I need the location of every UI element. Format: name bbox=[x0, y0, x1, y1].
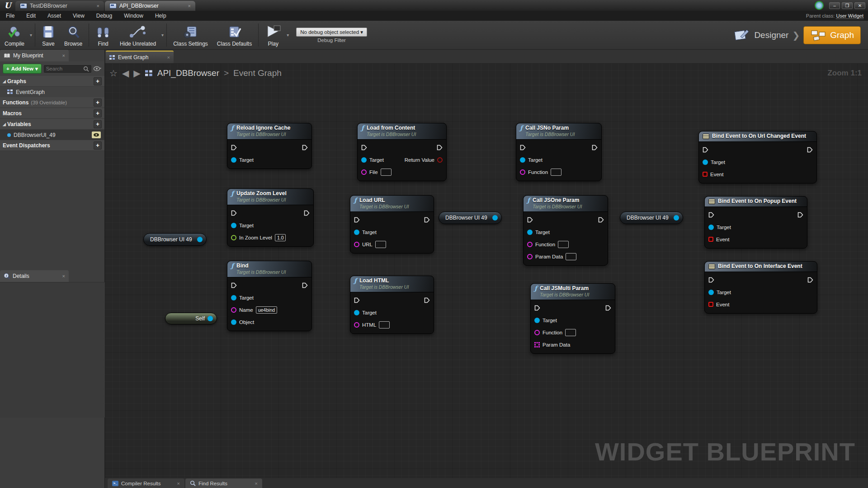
node-load-from-content[interactable]: ƒ Load from Content Target is DBBrowser … bbox=[357, 123, 447, 181]
menu-asset[interactable]: Asset bbox=[42, 13, 67, 19]
node-reload-ignore-cache[interactable]: ƒ Reload Ignore Cache Target is DBBrowse… bbox=[227, 123, 312, 169]
close-icon[interactable]: × bbox=[188, 3, 191, 9]
string-pin[interactable] bbox=[520, 169, 525, 175]
exec-out-pin[interactable] bbox=[797, 212, 803, 218]
exec-out-pin[interactable] bbox=[424, 297, 430, 303]
node-update-zoom-level[interactable]: ƒ Update Zoom Level Target is DBBrowser … bbox=[227, 188, 314, 247]
output-pin[interactable] bbox=[208, 316, 213, 321]
add-graph-button[interactable]: + bbox=[94, 77, 102, 85]
exec-out-pin[interactable] bbox=[807, 147, 813, 153]
exec-out-pin[interactable] bbox=[598, 217, 604, 223]
function-field[interactable] bbox=[565, 329, 576, 336]
compile-button[interactable]: Compile bbox=[0, 21, 29, 49]
graphs-section-header[interactable]: ◢ Graphs + bbox=[0, 76, 104, 87]
menu-debug[interactable]: Debug bbox=[90, 13, 118, 19]
browse-button[interactable]: Browse bbox=[60, 21, 87, 49]
exec-in-pin[interactable] bbox=[354, 297, 360, 303]
output-pin[interactable] bbox=[197, 237, 203, 242]
exec-in-pin[interactable] bbox=[708, 212, 714, 218]
float-pin[interactable] bbox=[231, 235, 236, 240]
play-button[interactable]: Play bbox=[260, 21, 286, 49]
event-graph-tab[interactable]: Event Graph × bbox=[106, 51, 174, 63]
maximize-button[interactable]: ❒ bbox=[842, 2, 853, 9]
blueprint-canvas[interactable]: ☆ ◀ ▶ API_DBBrowser > Event Graph Zoom 1… bbox=[105, 63, 868, 478]
file-field[interactable] bbox=[381, 169, 392, 176]
save-button[interactable]: Save bbox=[37, 21, 60, 49]
output-pin[interactable] bbox=[492, 215, 498, 221]
close-icon[interactable]: × bbox=[177, 481, 180, 486]
string-pin[interactable] bbox=[534, 330, 540, 335]
menu-file[interactable]: File bbox=[0, 13, 20, 19]
node-bind-event-on-popup[interactable]: Bind Event to On Popup Event Target Even… bbox=[704, 196, 807, 249]
exec-in-pin[interactable] bbox=[361, 145, 367, 150]
details-tab[interactable]: i Details × bbox=[0, 270, 69, 282]
html-field[interactable] bbox=[379, 321, 390, 328]
tutorial-badge-icon[interactable] bbox=[815, 1, 824, 10]
getter-dbbrowserui49-left[interactable]: DBBrowser UI 49 bbox=[143, 233, 207, 246]
collapse-arrow-icon[interactable]: ◢ bbox=[3, 79, 6, 84]
exec-in-pin[interactable] bbox=[231, 282, 237, 288]
add-macro-button[interactable]: + bbox=[94, 109, 102, 117]
param-data-field[interactable] bbox=[566, 253, 576, 260]
node-load-url[interactable]: ƒ Load URL Target is DBBrowser UI Target… bbox=[350, 195, 434, 253]
target-pin[interactable] bbox=[708, 225, 714, 230]
exec-out-pin[interactable] bbox=[424, 217, 430, 223]
close-icon[interactable]: × bbox=[255, 481, 258, 486]
add-new-button[interactable]: + Add New ▾ bbox=[3, 64, 42, 74]
event-dispatchers-section-header[interactable]: Event Dispatchers + bbox=[0, 140, 104, 151]
eventgraph-item[interactable]: EventGraph bbox=[0, 87, 104, 97]
exec-in-pin[interactable] bbox=[354, 217, 360, 223]
string-pin[interactable] bbox=[231, 307, 236, 313]
exec-in-pin[interactable] bbox=[703, 147, 708, 153]
exec-in-pin[interactable] bbox=[520, 145, 526, 150]
search-box[interactable] bbox=[44, 65, 91, 73]
close-icon[interactable]: × bbox=[167, 55, 170, 60]
output-pin[interactable] bbox=[674, 215, 679, 221]
exec-out-pin[interactable] bbox=[302, 145, 308, 150]
exec-in-pin[interactable] bbox=[231, 145, 237, 150]
asset-tab-api-dbbrowser[interactable]: API_DBBrowser × bbox=[105, 1, 195, 11]
node-call-jsno-param[interactable]: ƒ Call JSNo Param Target is DBBrowser UI… bbox=[516, 123, 602, 181]
exec-out-pin[interactable] bbox=[304, 210, 310, 216]
getter-dbbrowserui49-middle[interactable]: DBBrowser UI 49 bbox=[439, 211, 502, 224]
menu-view[interactable]: View bbox=[67, 13, 90, 19]
target-pin[interactable] bbox=[354, 310, 359, 315]
exec-in-pin[interactable] bbox=[534, 305, 540, 311]
string-pin[interactable] bbox=[361, 169, 367, 175]
target-pin[interactable] bbox=[703, 160, 708, 165]
compiler-results-tab[interactable]: >_ Compiler Results × bbox=[108, 479, 184, 488]
return-value-pin[interactable] bbox=[437, 157, 443, 163]
function-field[interactable] bbox=[551, 169, 561, 176]
class-defaults-button[interactable]: Class Defaults bbox=[212, 21, 256, 49]
target-pin[interactable] bbox=[354, 230, 359, 235]
compile-options-caret[interactable]: ▾ bbox=[29, 33, 33, 38]
designer-mode-button[interactable]: Designer bbox=[732, 28, 788, 43]
bind-name-field[interactable]: ue4bind bbox=[256, 306, 277, 314]
visibility-filter-icon[interactable] bbox=[94, 66, 102, 71]
target-pin[interactable] bbox=[527, 230, 533, 235]
string-pin[interactable] bbox=[354, 242, 359, 247]
getter-dbbrowserui49-right[interactable]: DBBrowser UI 49 bbox=[620, 211, 683, 224]
forward-icon[interactable]: ▶ bbox=[133, 68, 140, 79]
play-options-caret[interactable]: ▾ bbox=[286, 33, 290, 38]
getter-self[interactable]: Self bbox=[165, 313, 217, 324]
target-pin[interactable] bbox=[534, 318, 540, 323]
exec-in-pin[interactable] bbox=[231, 210, 237, 216]
menu-help[interactable]: Help bbox=[149, 13, 172, 19]
functions-section-header[interactable]: Functions (39 Overridable) + bbox=[0, 97, 104, 108]
exec-in-pin[interactable] bbox=[708, 277, 714, 283]
target-pin[interactable] bbox=[361, 157, 367, 163]
node-bind-event-on-url-changed[interactable]: Bind Event to On Url Changed Event Targe… bbox=[698, 131, 817, 183]
exec-out-pin[interactable] bbox=[605, 305, 611, 311]
node-call-jsone-param[interactable]: ƒ Call JSOne Param Target is DBBrowser U… bbox=[523, 195, 608, 266]
variables-section-header[interactable]: ◢ Variables + bbox=[0, 119, 104, 130]
hide-unrelated-caret[interactable]: ▾ bbox=[160, 33, 165, 38]
target-pin[interactable] bbox=[708, 290, 714, 295]
exec-out-pin[interactable] bbox=[437, 145, 443, 150]
variable-item-dbbrowserui49[interactable]: DBBrowserUI_49 bbox=[0, 130, 104, 140]
variable-visibility-toggle[interactable] bbox=[92, 131, 101, 138]
my-blueprint-tab[interactable]: My Blueprint × bbox=[0, 50, 69, 61]
asset-tab-testdbbrowser[interactable]: TestDBBrowser × bbox=[15, 1, 104, 11]
favorite-star-icon[interactable]: ☆ bbox=[109, 68, 118, 79]
exec-out-pin[interactable] bbox=[302, 282, 308, 288]
